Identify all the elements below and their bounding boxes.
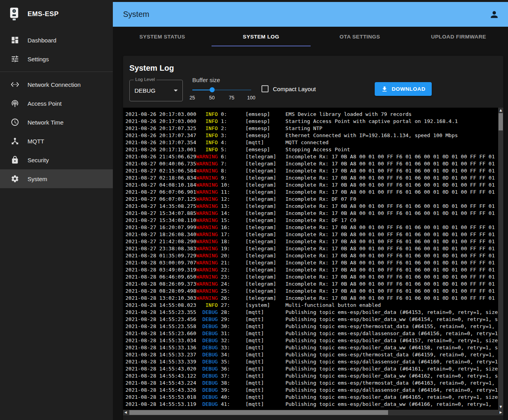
horizontal-scrollbar[interactable]: ◀ ▶: [123, 410, 503, 415]
log-level-label: Log Level: [134, 77, 156, 82]
ems-esp-logo-icon: [9, 7, 20, 21]
buffer-size-label: Buffer size: [192, 77, 251, 83]
brand: EMS-ESP: [0, 0, 113, 28]
log-line: 2021-08-28 03:49:09.319WARNING 22: [tele…: [125, 266, 498, 273]
log-line: 2021-08-26 20:17:13.001 INFO 5: [emsesp]…: [125, 146, 498, 153]
log-line: 2021-08-28 01:35:09.729WARNING 20: [tele…: [125, 252, 498, 259]
log-line: 2021-08-28 14:55:43.224 DEBUG 38: [mqtt]…: [125, 380, 498, 387]
ethernet-icon: [10, 80, 20, 89]
sidebar: EMS-ESP DashboardSettingsNetwork Connect…: [0, 0, 113, 420]
log-line: 2021-08-27 15:34:08.110WARNING 15: [tele…: [125, 217, 498, 224]
tab-upload-firmware[interactable]: UPLOAD FIRMWARE: [409, 27, 508, 46]
log-level-select[interactable]: Log Level DEBUG: [129, 80, 183, 101]
log-line: 2021-08-28 14:55:23.355 DEBUG 28: [mqtt]…: [125, 309, 498, 316]
vertical-scrollbar-thumb[interactable]: [499, 113, 503, 130]
log-line: 2021-08-26 21:45:06.629WARNING 6: [teleg…: [125, 153, 498, 160]
horizontal-scrollbar-thumb[interactable]: [129, 410, 388, 415]
tab-ota-settings[interactable]: OTA SETTINGS: [311, 27, 409, 46]
log-line: 2021-08-28 14:55:23.456 DEBUG 29: [mqtt]…: [125, 316, 498, 323]
sidebar-item-label: Network Time: [28, 119, 64, 126]
dashboard-icon: [10, 35, 20, 45]
download-icon: [381, 86, 388, 93]
log-line: 2021-08-28 03:00:09.707WARNING 21: [tele…: [125, 259, 498, 266]
log-level-value: DEBUG: [134, 87, 174, 94]
gear-icon: [10, 174, 20, 183]
log-controls: Log Level DEBUG Buffer size 255075100 Co…: [123, 76, 503, 108]
log-line: 2021-08-28 14:55:33.339 DEBUG 35: [mqtt]…: [125, 358, 498, 365]
log-line: 2021-08-27 18:26:08.340WARNING 17: [tele…: [125, 231, 498, 238]
log-line: 2021-08-27 21:42:08.290WARNING 18: [tele…: [125, 238, 498, 245]
card-head: System Log: [123, 56, 503, 76]
tab-bar: SYSTEM STATUSSYSTEM LOGOTA SETTINGSUPLOA…: [113, 27, 508, 46]
main-area: System SYSTEM STATUSSYSTEM LOGOTA SETTIN…: [113, 0, 508, 420]
account-icon[interactable]: [489, 9, 499, 20]
log-console[interactable]: 2021-08-26 20:17:03.000 INFO 0: [emsesp]…: [123, 108, 503, 415]
vertical-scrollbar[interactable]: ▲ ▼: [498, 108, 503, 410]
chevron-down-icon: [174, 90, 178, 92]
log-line: 2021-08-27 04:08:10.184WARNING 10: [tele…: [125, 182, 498, 189]
sidebar-item-security[interactable]: Security: [0, 150, 113, 169]
download-button[interactable]: DOWNLOAD: [375, 82, 432, 96]
log-line: 2021-08-27 16:20:07.999WARNING 16: [tele…: [125, 224, 498, 231]
log-line: 2021-08-28 13:02:10.303WARNING 26: [tele…: [125, 295, 498, 302]
slider-track: [192, 90, 212, 90]
log-line: 2021-08-26 20:17:03.000 INFO 0: [emsesp]…: [125, 111, 498, 118]
sidebar-item-network-connection[interactable]: Network Connection: [0, 75, 113, 94]
log-line: 2021-08-28 14:55:33.034 DEBUG 32: [mqtt]…: [125, 337, 498, 344]
scroll-down-icon[interactable]: ▼: [498, 404, 503, 410]
sidebar-item-label: Dashboard: [28, 37, 56, 44]
log-line: 2021-08-27 15:34:07.885WARNING 14: [tele…: [125, 210, 498, 217]
log-line: 2021-08-27 02:15:06.584WARNING 8: [teleg…: [125, 167, 498, 174]
brand-title: EMS-ESP: [28, 10, 59, 18]
slider-mark-labels: 255075100: [192, 95, 251, 101]
sidebar-item-network-time[interactable]: Network Time: [0, 113, 113, 132]
tab-system-log[interactable]: SYSTEM LOG: [212, 27, 310, 46]
sidebar-item-label: MQTT: [28, 138, 44, 145]
log-line: 2021-08-28 14:55:33.237 DEBUG 34: [mqtt]…: [125, 351, 498, 358]
log-line: 2021-08-28 14:55:53.119 DEBUG 41: [mqtt]…: [125, 401, 498, 408]
device-hub-icon: [10, 136, 20, 146]
log-line: 2021-08-28 14:55:08.023 INFO 27: [system…: [125, 302, 498, 309]
log-line: 2021-08-28 06:46:09.650WARNING 23: [tele…: [125, 273, 498, 281]
sidebar-item-label: Settings: [28, 56, 49, 62]
sidebar-item-dashboard[interactable]: Dashboard: [0, 31, 113, 50]
sidebar-item-label: Access Point: [28, 100, 62, 107]
sidebar-item-mqtt[interactable]: MQTT: [0, 132, 113, 150]
sidebar-item-access-point[interactable]: Access Point: [0, 94, 113, 113]
system-log-card: System Log Log Level DEBUG Buffer size 2…: [123, 56, 503, 420]
log-line: 2021-08-28 14:55:43.326 DEBUG 39: [mqtt]…: [125, 387, 498, 394]
lock-icon: [10, 155, 20, 165]
slider-mark-label: 75: [229, 95, 234, 101]
tune-icon: [10, 54, 20, 64]
scroll-left-icon[interactable]: ◀: [123, 410, 128, 415]
clock-icon: [10, 117, 20, 127]
checkbox-unchecked-icon[interactable]: [261, 85, 269, 92]
slider-thumb[interactable]: [210, 87, 215, 92]
log-line: 2021-08-28 14:55:23.558 DEBUG 30: [mqtt]…: [125, 323, 498, 330]
log-lines: 2021-08-26 20:17:03.000 INFO 0: [emsesp]…: [125, 111, 498, 410]
log-line: 2021-08-28 14:55:33.136 DEBUG 33: [mqtt]…: [125, 344, 498, 351]
compact-layout-label: Compact Layout: [273, 86, 316, 92]
log-line: 2021-08-27 14:35:08.275WARNING 13: [tele…: [125, 203, 498, 210]
compact-layout-toggle[interactable]: Compact Layout: [261, 85, 316, 92]
tab-system-status[interactable]: SYSTEM STATUS: [113, 27, 212, 46]
log-line: 2021-08-28 14:55:43.122 DEBUG 37: [mqtt]…: [125, 372, 498, 380]
sidebar-item-label: System: [28, 176, 47, 182]
log-line: 2021-08-27 00:40:06.735WARNING 7: [teleg…: [125, 160, 498, 167]
slider-mark-label: 50: [209, 95, 215, 101]
log-line: 2021-08-26 20:17:07.325 INFO 2: [emsesp]…: [125, 125, 498, 132]
sidebar-item-system[interactable]: System: [0, 169, 113, 188]
slider-mark-label: 25: [190, 95, 195, 101]
scroll-right-icon[interactable]: ▶: [498, 410, 503, 415]
slider-mark-label: 100: [247, 95, 256, 101]
sidebar-divider: [0, 72, 113, 72]
sidebar-item-settings[interactable]: Settings: [0, 50, 113, 68]
log-line: 2021-08-27 06:07:07.125WARNING 12: [tele…: [125, 196, 498, 203]
scroll-up-icon[interactable]: ▲: [498, 108, 503, 113]
page-title: System: [123, 10, 149, 19]
wifi-tethering-icon: [10, 99, 20, 108]
log-line: 2021-08-27 02:18:06.834WARNING 9: [teleg…: [125, 174, 498, 182]
log-line: 2021-08-27 06:07:06.901WARNING 11: [tele…: [125, 189, 498, 196]
buffer-size-slider[interactable]: [192, 85, 251, 95]
log-line: 2021-08-26 20:17:07.354 INFO 4: [mqtt] M…: [125, 139, 498, 146]
